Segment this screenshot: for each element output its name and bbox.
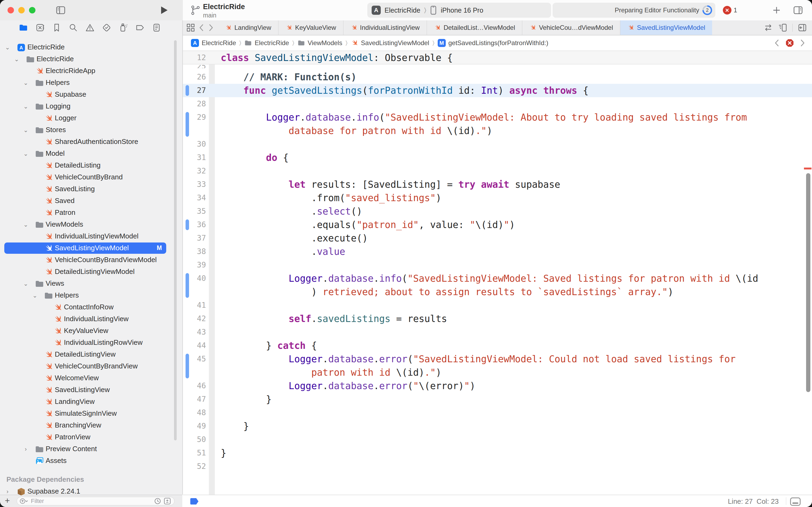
forward-button[interactable] [208,23,215,32]
code-line-26[interactable]: 26 // MARK: Function(s) [183,70,812,84]
filter-options-icon[interactable] [19,498,29,505]
sidebar-item-landingview[interactable]: LandingView [0,396,183,408]
code-line-48[interactable]: 48 [183,406,812,419]
code-line-43[interactable]: 43 [183,326,812,339]
sidebar-item-patronview[interactable]: PatronView [0,431,183,443]
filter-input[interactable]: Filter [17,497,175,505]
add-button[interactable] [771,5,782,15]
sidebar-item-helpers[interactable]: ⌄Helpers [0,77,183,89]
breadcrumb-item[interactable]: SavedListingViewModel [351,39,429,47]
code-line-42[interactable]: 42 self.savedListings = results [183,312,812,326]
code-line-52[interactable]: 52 [183,460,812,473]
code-line-50[interactable]: 50 [183,433,812,446]
recent-files-icon[interactable] [154,497,161,505]
sidebar-item-assets[interactable]: Assets [0,455,183,467]
disclosure-open-icon[interactable]: ⌄ [22,221,29,228]
source-editor[interactable]: 12class SavedListingViewModel: Observabl… [183,51,812,495]
sidebar-item-electricrideapp[interactable]: ElectricRideApp [0,65,183,77]
sidebar-item-welcomeview[interactable]: WelcomeView [0,372,183,384]
sidebar-item-detailedlistingview[interactable]: DetailedListingView [0,349,183,360]
tab-savedlistingviewmodel[interactable]: SavedListingViewModel [620,20,712,35]
sidebar-item-savedlisting[interactable]: SavedListing [0,183,183,195]
related-items-icon[interactable] [186,23,195,32]
disclosure-closed-icon[interactable]: › [4,488,11,495]
code-line-49[interactable]: 49 } [183,419,812,433]
window-close-button[interactable] [7,7,14,13]
code-review-icon[interactable] [763,23,773,32]
line-column-indicator[interactable]: Line: 27 Col: 23 [728,497,779,506]
sidebar-item-simulatesigninview[interactable]: SimulateSignInView [0,408,183,419]
keyboard-icon[interactable] [790,497,801,506]
sidebar-item-logger[interactable]: Logger [0,112,183,124]
find-icon[interactable] [69,23,78,33]
disclosure-open-icon[interactable]: ⌄ [13,56,20,63]
tab-individuallistingview[interactable]: IndividualListingView [343,20,427,35]
code-line-31[interactable]: 31 do { [183,151,812,164]
sidebar-item-logging[interactable]: ⌄Logging [0,101,183,112]
disclosure-open-icon[interactable]: ⌄ [22,103,29,110]
sidebar-item-supabase[interactable]: Supabase [0,89,183,101]
code-line-37[interactable]: 37 .execute() [183,231,812,245]
disclosure-open-icon[interactable]: ⌄ [4,44,11,51]
code-line-40[interactable]: 40 Logger.database.info("SavedListingVie… [183,272,812,285]
sidebar-item-patron[interactable]: Patron [0,207,183,219]
sidebar-item-preview-content[interactable]: ›Preview Content [0,443,183,455]
code-line-45[interactable]: 45 Logger.database.error("SavedListingVi… [183,352,812,366]
project-navigator-icon[interactable] [19,23,28,33]
sidebar-item-viewmodels[interactable]: ⌄ViewModels [0,219,183,230]
sidebar-item-individuallistingviewmodel[interactable]: IndividualListingViewModel [0,230,183,242]
sidebar-scrollbar[interactable] [174,40,177,440]
scm-status-filter-icon[interactable] [164,497,172,505]
disclosure-open-icon[interactable]: ⌄ [22,150,29,157]
window-minimize-button[interactable] [18,7,25,13]
breadcrumb-item[interactable]: AElectricRide [191,39,236,47]
sidebar-item-individuallistingrowview[interactable]: IndividualListingRowView [0,337,183,349]
code-line-28[interactable]: 28 [183,97,812,111]
code-line-41[interactable]: 41 [183,299,812,312]
sidebar-item-vehiclecountbybrandviewmodel[interactable]: VehicleCountByBrandViewModel [0,254,183,266]
sidebar-item-sharedauthenticationstore[interactable]: SharedAuthenticationStore [0,136,183,148]
sidebar-item-views[interactable]: ⌄Views [0,278,183,289]
code-line-44[interactable]: 44 } catch { [183,339,812,352]
code-line-51[interactable]: 51} [183,446,812,460]
breadcrumb-item[interactable]: MgetSavedListings(forPatronWithId:) [438,39,548,47]
tab-detailedlist-viewmodel[interactable]: DetailedList…ViewModel [427,20,522,35]
code-line-35[interactable]: 35 .select() [183,205,812,218]
inspector-toggle-icon[interactable] [793,5,803,15]
run-destination[interactable]: iPhone 16 Pro [441,6,483,14]
sidebar-item-keyvalueview[interactable]: KeyValueView [0,325,183,337]
sidebar-item-detailedlistingviewmodel[interactable]: DetailedListingViewModel [0,266,183,278]
code-line-39[interactable]: 39 [183,258,812,272]
sidebar-item-vehiclecountbybrand[interactable]: VehicleCountByBrand [0,171,183,183]
bookmarks-icon[interactable] [52,23,62,33]
code-line-wrap[interactable]: database for patron with id \(id).") [183,124,812,137]
debug-icon[interactable] [119,23,128,33]
disclosure-open-icon[interactable]: ⌄ [22,79,29,87]
code-line-47[interactable]: 47 } [183,393,812,406]
sidebar-item-detailedlisting[interactable]: DetailedListing [0,160,183,171]
source-control-icon[interactable] [36,23,45,33]
back-button[interactable] [198,23,205,32]
scheme-name[interactable]: ElectricRide [385,6,420,14]
tab-keyvalueview[interactable]: KeyValueView [279,20,343,35]
reports-icon[interactable] [152,23,162,33]
disclosure-open-icon[interactable]: ⌄ [22,127,29,134]
add-editor-icon[interactable] [798,23,807,33]
tag-icon[interactable] [189,498,200,505]
issue-octagon-icon[interactable] [785,39,794,48]
minimap-icon[interactable] [778,23,788,33]
code-line-wrap[interactable]: ) retrieved; about to assign results to … [183,285,812,299]
sidebar-toggle-icon[interactable] [55,5,66,15]
disclosure-open-icon[interactable]: ⌄ [22,280,29,287]
scheme-selector[interactable]: A ElectricRide 〉 iPhone 16 Pro [367,3,551,18]
code-line-32[interactable]: 32 [183,164,812,178]
disclosure-closed-icon[interactable]: › [22,446,29,453]
tests-icon[interactable] [102,23,112,33]
code-line-27[interactable]: 27 func getSavedListings(forPatronWithId… [183,84,812,97]
issues-icon[interactable] [85,23,95,33]
code-line-33[interactable]: 33 let results: [SavedListing] = try awa… [183,178,812,191]
disclosure-open-icon[interactable]: ⌄ [32,292,38,299]
window-zoom-button[interactable] [29,7,36,13]
breadcrumb-item[interactable]: ViewModels [297,39,342,47]
run-button[interactable] [159,5,169,15]
